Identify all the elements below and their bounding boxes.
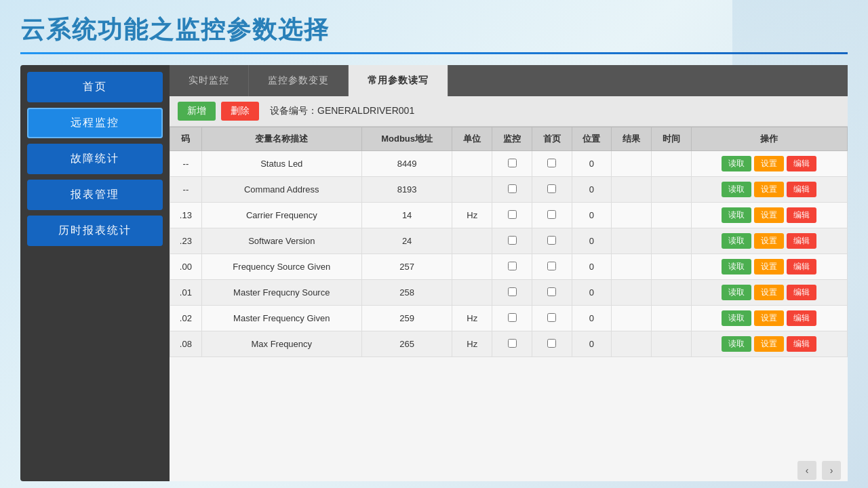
checkbox-homepage[interactable] [547, 339, 556, 348]
col-header-: 码 [170, 127, 202, 151]
checkbox-monitor[interactable] [508, 159, 517, 167]
next-arrow[interactable]: › [822, 461, 841, 480]
tab-common-rw[interactable]: 常用参数读写 [349, 65, 448, 96]
checkbox-monitor[interactable] [508, 236, 517, 245]
read-button[interactable]: 读取 [722, 207, 751, 223]
cell-monitor[interactable] [492, 331, 532, 357]
table-row: .08Max Frequency265Hz0读取设置编辑 [170, 331, 848, 357]
action-buttons: 读取设置编辑 [696, 259, 843, 274]
content-area: 首页远程监控故障统计报表管理历时报表统计 实时监控监控参数变更常用参数读写 新增… [20, 65, 848, 481]
toolbar: 新增 删除 设备编号：GENERALDRIVER001 [170, 96, 848, 127]
checkbox-monitor[interactable] [508, 287, 517, 296]
read-button[interactable]: 读取 [722, 336, 751, 352]
cell-homepage[interactable] [532, 331, 572, 357]
cell-modbus: 14 [361, 203, 452, 228]
sidebar-btn-report-mgmt[interactable]: 报表管理 [27, 180, 163, 210]
checkbox-monitor[interactable] [508, 262, 517, 270]
cell-monitor[interactable] [492, 254, 532, 280]
tab-realtime[interactable]: 实时监控 [170, 65, 249, 96]
checkbox-homepage[interactable] [547, 287, 556, 296]
cell-homepage[interactable] [532, 280, 572, 306]
set-button[interactable]: 设置 [754, 156, 784, 171]
set-button[interactable]: 设置 [754, 259, 784, 274]
cell-position: 0 [572, 203, 612, 228]
checkbox-homepage[interactable] [547, 262, 556, 270]
checkbox-monitor[interactable] [508, 210, 517, 219]
read-button[interactable]: 读取 [722, 285, 751, 300]
cell-homepage[interactable] [532, 254, 572, 280]
cell-code: .01 [170, 280, 202, 306]
action-buttons: 读取设置编辑 [696, 336, 843, 352]
tab-param-change[interactable]: 监控参数变更 [249, 65, 349, 96]
edit-button[interactable]: 编辑 [787, 259, 816, 274]
delete-button[interactable]: 删除 [221, 102, 259, 121]
cell-name: Software Version [201, 228, 361, 254]
read-button[interactable]: 读取 [722, 259, 751, 274]
cell-homepage[interactable] [532, 306, 572, 331]
action-buttons: 读取设置编辑 [696, 233, 843, 249]
cell-position: 0 [572, 151, 612, 177]
cell-homepage[interactable] [532, 151, 572, 177]
cell-code: -- [170, 177, 202, 203]
edit-button[interactable]: 编辑 [787, 310, 816, 326]
cell-monitor[interactable] [492, 280, 532, 306]
read-button[interactable]: 读取 [722, 182, 751, 197]
edit-button[interactable]: 编辑 [787, 233, 816, 249]
cell-time [651, 151, 691, 177]
action-buttons: 读取设置编辑 [696, 285, 843, 300]
checkbox-monitor[interactable] [508, 313, 517, 322]
data-table: 码变量名称描述Modbus地址单位监控首页位置结果时间操作 --Status L… [170, 127, 848, 357]
set-button[interactable]: 设置 [754, 233, 784, 249]
add-button[interactable]: 新增 [178, 102, 216, 121]
checkbox-homepage[interactable] [547, 313, 556, 322]
checkbox-homepage[interactable] [547, 159, 556, 167]
cell-homepage[interactable] [532, 177, 572, 203]
edit-button[interactable]: 编辑 [787, 285, 816, 300]
set-button[interactable]: 设置 [754, 182, 784, 197]
read-button[interactable]: 读取 [722, 233, 751, 249]
cell-monitor[interactable] [492, 203, 532, 228]
cell-monitor[interactable] [492, 228, 532, 254]
cell-actions: 读取设置编辑 [691, 306, 847, 331]
set-button[interactable]: 设置 [754, 285, 784, 300]
checkbox-homepage[interactable] [547, 210, 556, 219]
set-button[interactable]: 设置 [754, 336, 784, 352]
cell-position: 0 [572, 254, 612, 280]
table-scroll[interactable]: 码变量名称描述Modbus地址单位监控首页位置结果时间操作 --Status L… [170, 127, 848, 481]
cell-homepage[interactable] [532, 228, 572, 254]
read-button[interactable]: 读取 [722, 310, 751, 326]
bottom-navigation: ‹ › [797, 461, 841, 480]
edit-button[interactable]: 编辑 [787, 156, 816, 171]
edit-button[interactable]: 编辑 [787, 182, 816, 197]
set-button[interactable]: 设置 [754, 207, 784, 223]
cell-homepage[interactable] [532, 203, 572, 228]
accent-line [20, 52, 848, 54]
checkbox-homepage[interactable] [547, 236, 556, 245]
cell-result [612, 228, 652, 254]
cell-monitor[interactable] [492, 306, 532, 331]
cell-code: .08 [170, 331, 202, 357]
edit-button[interactable]: 编辑 [787, 207, 816, 223]
cell-monitor[interactable] [492, 177, 532, 203]
cell-unit [452, 151, 492, 177]
checkbox-homepage[interactable] [547, 184, 556, 193]
cell-modbus: 259 [361, 306, 452, 331]
cell-name: Frequency Source Given [201, 254, 361, 280]
cell-actions: 读取设置编辑 [691, 331, 847, 357]
cell-code: .02 [170, 306, 202, 331]
cell-name: Master Frequcny Source [201, 280, 361, 306]
cell-position: 0 [572, 331, 612, 357]
cell-monitor[interactable] [492, 151, 532, 177]
sidebar-btn-home[interactable]: 首页 [27, 72, 163, 102]
checkbox-monitor[interactable] [508, 184, 517, 193]
sidebar-btn-fault-stats[interactable]: 故障统计 [27, 144, 163, 174]
sidebar-btn-history-stats[interactable]: 历时报表统计 [27, 216, 163, 246]
set-button[interactable]: 设置 [754, 310, 784, 326]
cell-result [612, 254, 652, 280]
edit-button[interactable]: 编辑 [787, 336, 816, 352]
read-button[interactable]: 读取 [722, 156, 751, 171]
cell-result [612, 177, 652, 203]
checkbox-monitor[interactable] [508, 339, 517, 348]
sidebar-btn-remote-monitor[interactable]: 远程监控 [27, 108, 163, 138]
prev-arrow[interactable]: ‹ [797, 461, 816, 480]
